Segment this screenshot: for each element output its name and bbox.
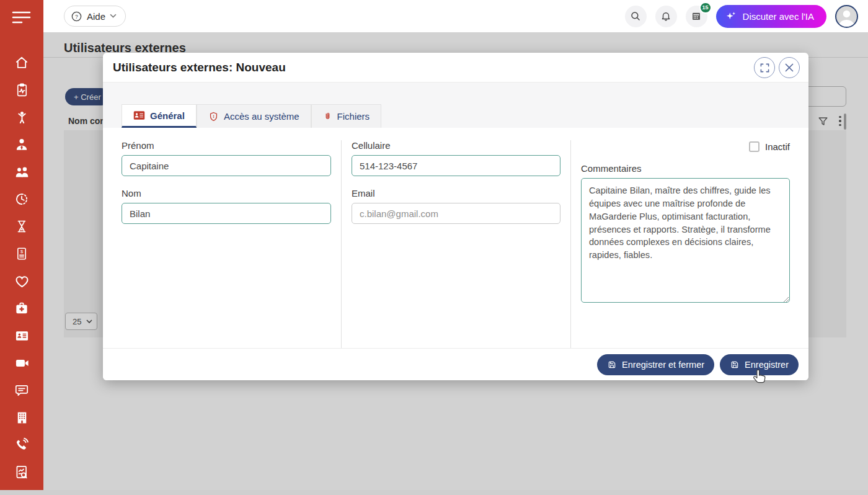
hourglass-icon bbox=[14, 219, 29, 234]
save-icon bbox=[730, 360, 740, 370]
cellulaire-label: Cellulaire bbox=[352, 140, 560, 151]
commentaires-field[interactable]: Capitaine Bilan, maître des chiffres, gu… bbox=[581, 178, 790, 303]
email-label: Email bbox=[352, 188, 560, 198]
id-card-icon bbox=[133, 110, 145, 120]
horizontal-scrollbar-track bbox=[0, 490, 868, 495]
calendar-badge: 15 bbox=[699, 2, 712, 14]
sidebar-item-billing[interactable]: $ bbox=[0, 243, 43, 265]
building-icon bbox=[14, 410, 30, 426]
chat-icon bbox=[14, 382, 30, 398]
prenom-label: Prénom bbox=[122, 140, 331, 151]
sidebar-item-calls[interactable] bbox=[0, 434, 43, 456]
save-icon bbox=[607, 360, 617, 370]
hamburger-icon bbox=[12, 11, 32, 24]
child-icon bbox=[14, 110, 30, 125]
fullscreen-icon bbox=[760, 63, 769, 73]
sidebar-item-home[interactable] bbox=[0, 51, 43, 74]
sidebar-item-people[interactable] bbox=[0, 161, 43, 183]
sidebar-item-contacts[interactable] bbox=[0, 324, 43, 347]
modal-title: Utilisateurs externes: Nouveau bbox=[113, 61, 286, 74]
people-icon bbox=[14, 164, 30, 181]
inactif-checkbox[interactable] bbox=[749, 141, 760, 152]
avatar[interactable] bbox=[835, 5, 858, 28]
help-label: Aide bbox=[87, 11, 105, 22]
modal-form: Prénom Nom Cellulaire Email Inactif Comm… bbox=[103, 128, 808, 348]
invoice-icon: $ bbox=[14, 246, 29, 261]
menu-toggle-button[interactable] bbox=[0, 6, 43, 29]
modal-footer: Enregistrer et fermer Enregistrer bbox=[103, 348, 808, 380]
chat-ai-label: Discuter avec l'IA bbox=[743, 11, 814, 22]
modal-header: Utilisateurs externes: Nouveau bbox=[103, 53, 808, 82]
first-aid-kit-icon bbox=[14, 300, 30, 316]
nom-label: Nom bbox=[122, 188, 331, 198]
phone-icon bbox=[14, 437, 30, 453]
email-field[interactable] bbox=[352, 203, 560, 224]
sidebar-item-hours[interactable] bbox=[0, 188, 43, 210]
search-icon bbox=[630, 11, 641, 22]
app-screen: Utilisateurs externes + Créer Nom con 25 bbox=[0, 0, 868, 495]
sidebar-item-educators[interactable] bbox=[0, 133, 43, 156]
tabs: Général Accès au système Fichiers bbox=[122, 104, 381, 128]
tab-fichiers[interactable]: Fichiers bbox=[311, 104, 382, 128]
person-silhouette-icon bbox=[836, 8, 857, 27]
calendar-button[interactable]: 15 bbox=[686, 6, 707, 27]
sidebar: $ bbox=[0, 0, 43, 490]
clock-icon bbox=[14, 191, 30, 207]
paperclip-icon bbox=[323, 110, 332, 122]
topbar: ? Aide bbox=[43, 0, 868, 32]
sidebar-item-facility[interactable] bbox=[0, 406, 43, 429]
question-circle-icon: ? bbox=[71, 11, 82, 22]
sidebar-item-activity[interactable] bbox=[0, 79, 43, 101]
sidebar-item-medical[interactable] bbox=[0, 297, 43, 319]
sparkle-icon bbox=[725, 10, 737, 22]
tab-acces-au-systeme[interactable]: Accès au système bbox=[197, 104, 311, 128]
tab-bar-region: Général Accès au système Fichiers bbox=[103, 82, 808, 128]
search-button[interactable] bbox=[625, 6, 647, 27]
tab-acces-label: Accès au système bbox=[224, 111, 299, 122]
notifications-button[interactable] bbox=[655, 6, 677, 27]
modal-utilisateurs-externes-nouveau: Utilisateurs externes: Nouveau bbox=[103, 53, 808, 380]
sidebar-item-health[interactable] bbox=[0, 270, 43, 292]
help-button[interactable]: ? Aide bbox=[64, 6, 126, 27]
video-camera-icon bbox=[14, 355, 30, 372]
sidebar-item-messages[interactable] bbox=[0, 379, 43, 401]
save-button[interactable]: Enregistrer bbox=[720, 354, 799, 375]
svg-text:?: ? bbox=[75, 13, 78, 19]
tab-general-label: Général bbox=[150, 110, 185, 121]
report-search-icon bbox=[14, 464, 30, 480]
chat-ai-button[interactable]: Discuter avec l'IA bbox=[716, 5, 826, 28]
id-card-icon bbox=[14, 328, 30, 344]
tab-fichiers-label: Fichiers bbox=[337, 111, 370, 122]
home-icon bbox=[14, 55, 30, 71]
cellulaire-field[interactable] bbox=[352, 155, 560, 176]
bell-icon bbox=[660, 11, 671, 22]
sidebar-item-cameras[interactable] bbox=[0, 352, 43, 374]
tab-general[interactable]: Général bbox=[122, 104, 197, 128]
sidebar-item-waitlist[interactable] bbox=[0, 215, 43, 238]
sidebar-item-children[interactable] bbox=[0, 106, 43, 128]
expand-button[interactable] bbox=[754, 57, 775, 78]
educator-icon bbox=[14, 136, 30, 153]
calendar-icon bbox=[691, 11, 702, 22]
nom-field[interactable] bbox=[122, 203, 331, 224]
shield-icon bbox=[208, 111, 219, 122]
heart-icon bbox=[14, 273, 30, 290]
commentaires-label: Commentaires bbox=[581, 163, 790, 174]
prenom-field[interactable] bbox=[122, 155, 331, 176]
inactif-label: Inactif bbox=[765, 141, 790, 152]
activity-clipboard-icon bbox=[14, 82, 30, 98]
save-and-close-label: Enregistrer et fermer bbox=[622, 360, 704, 370]
save-label: Enregistrer bbox=[745, 360, 789, 370]
close-button[interactable] bbox=[779, 57, 800, 78]
save-and-close-button[interactable]: Enregistrer et fermer bbox=[597, 354, 714, 375]
sidebar-item-reports[interactable] bbox=[0, 461, 43, 483]
close-icon bbox=[785, 63, 794, 72]
chevron-down-icon bbox=[110, 14, 117, 19]
svg-text:$: $ bbox=[20, 249, 24, 254]
